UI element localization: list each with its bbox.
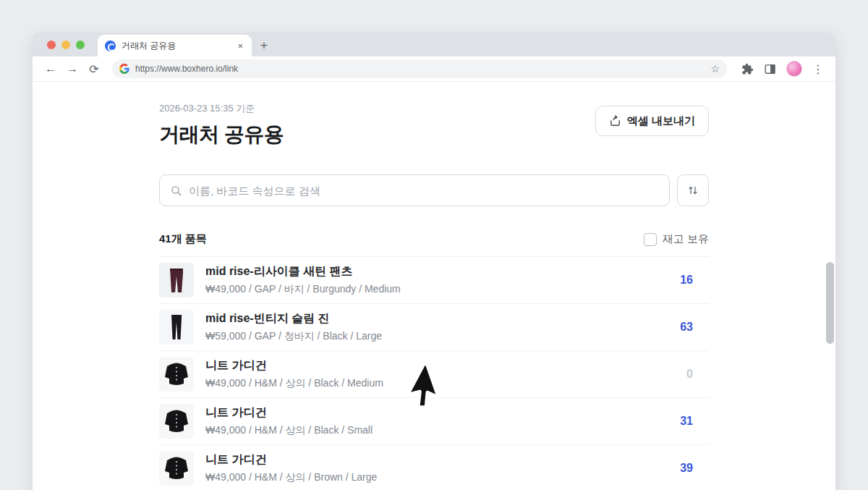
traffic-lights: [47, 41, 85, 49]
tab-title: 거래처 공유용: [122, 40, 230, 52]
item-details: ₩49,000 / H&M / 상의 / Black / Small: [205, 424, 668, 437]
item-quantity: 0: [686, 368, 709, 381]
item-details: ₩59,000 / GAP / 청바지 / Black / Large: [205, 330, 668, 343]
table-row[interactable]: 니트 가디건 ₩49,000 / H&M / 상의 / Brown / Larg…: [159, 445, 709, 490]
search-box: [159, 174, 670, 206]
tab-close-icon[interactable]: ×: [236, 41, 244, 51]
scrollbar-thumb[interactable]: [826, 262, 834, 344]
timestamp: 2026-03-23 15:35 기준: [159, 102, 284, 115]
maximize-window-button[interactable]: [76, 41, 85, 49]
export-icon: [609, 115, 621, 127]
item-details: ₩49,000 / H&M / 상의 / Brown / Large: [205, 471, 668, 484]
search-input[interactable]: [189, 185, 659, 197]
item-details: ₩49,000 / GAP / 바지 / Burgundy / Medium: [205, 283, 668, 296]
table-row[interactable]: 니트 가디건 ₩49,000 / H&M / 상의 / Black / Medi…: [159, 351, 709, 398]
item-name: mid rise-리사이클 새틴 팬츠: [205, 264, 668, 279]
reload-button[interactable]: ⟳: [85, 59, 103, 78]
search-row: [159, 174, 709, 206]
stock-filter-label: 재고 보유: [663, 232, 709, 246]
item-count-label: 41개 품목: [159, 232, 207, 246]
sort-button[interactable]: [677, 174, 709, 206]
browser-menu-icon[interactable]: ⋮: [812, 62, 824, 76]
url-text: https://www.boxhero.io/link: [135, 64, 705, 74]
search-icon: [170, 185, 182, 197]
item-name: 니트 가디건: [205, 452, 668, 468]
close-window-button[interactable]: [47, 41, 56, 49]
table-row[interactable]: 니트 가디건 ₩49,000 / H&M / 상의 / Black / Smal…: [159, 398, 709, 445]
item-quantity: 31: [680, 415, 709, 428]
export-label: 엑셀 내보내기: [627, 114, 695, 128]
count-row: 41개 품목 재고 보유: [159, 232, 709, 246]
toolbar-right: ⋮: [736, 61, 827, 77]
item-list: mid rise-리사이클 새틴 팬츠 ₩49,000 / GAP / 바지 /…: [159, 256, 709, 490]
product-thumbnail: [159, 404, 194, 439]
item-name: mid rise-빈티지 슬림 진: [205, 311, 668, 326]
item-quantity: 39: [680, 462, 709, 475]
browser-tab[interactable]: 거래처 공유용 ×: [98, 35, 252, 56]
tab-strip: 거래처 공유용 × +: [33, 33, 835, 56]
page-title: 거래처 공유용: [159, 121, 284, 148]
product-thumbnail: [159, 263, 194, 297]
excel-export-button[interactable]: 엑셀 내보내기: [595, 106, 709, 136]
product-thumbnail: [159, 310, 194, 345]
product-thumbnail: [159, 451, 194, 486]
stock-checkbox[interactable]: [644, 233, 657, 246]
side-panel-icon[interactable]: [764, 63, 776, 75]
profile-avatar[interactable]: [786, 61, 802, 77]
item-quantity: 63: [680, 321, 709, 334]
site-favicon-icon: [105, 41, 116, 51]
google-g-icon: [119, 64, 129, 74]
table-row[interactable]: mid rise-빈티지 슬림 진 ₩59,000 / GAP / 청바지 / …: [159, 304, 709, 351]
item-name: 니트 가디건: [205, 405, 668, 421]
bookmark-star-icon[interactable]: ☆: [710, 63, 720, 75]
page-body: 2026-03-23 15:35 기준 거래처 공유용 엑셀 내보내기: [33, 82, 835, 490]
minimize-window-button[interactable]: [61, 41, 70, 49]
item-name: 니트 가디건: [205, 358, 675, 373]
browser-toolbar: ← → ⟳ https://www.boxhero.io/link ☆ ⋮: [33, 56, 835, 82]
browser-window: 거래처 공유용 × + ← → ⟳ https://www.boxhero.io…: [33, 33, 835, 490]
url-bar[interactable]: https://www.boxhero.io/link ☆: [112, 59, 727, 78]
product-thumbnail: [159, 357, 194, 392]
item-details: ₩49,000 / H&M / 상의 / Black / Medium: [205, 377, 675, 390]
page-header: 2026-03-23 15:35 기준 거래처 공유용 엑셀 내보내기: [159, 102, 709, 148]
extensions-icon[interactable]: [741, 63, 754, 75]
sort-icon: [686, 184, 699, 197]
table-row[interactable]: mid rise-리사이클 새틴 팬츠 ₩49,000 / GAP / 바지 /…: [159, 257, 709, 304]
forward-button[interactable]: →: [63, 59, 82, 78]
item-quantity: 16: [680, 274, 709, 287]
stock-filter[interactable]: 재고 보유: [644, 232, 709, 246]
back-button[interactable]: ←: [41, 59, 60, 78]
new-tab-button[interactable]: +: [260, 38, 268, 53]
